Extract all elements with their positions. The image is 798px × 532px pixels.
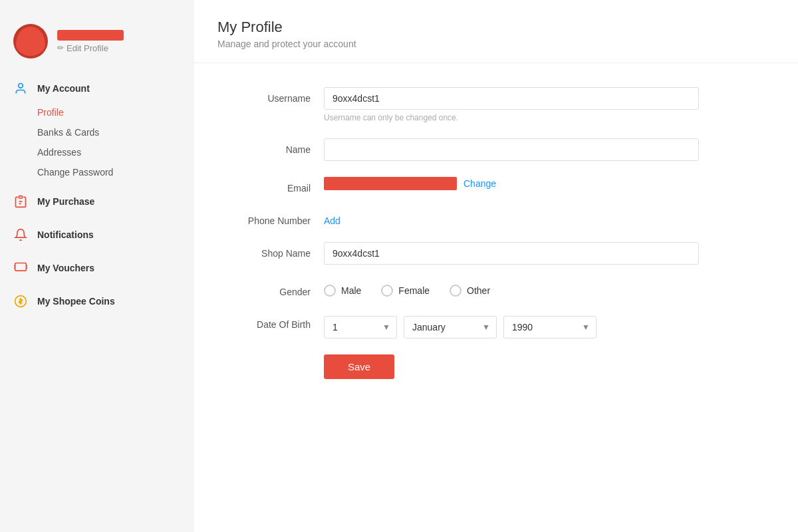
sidebar: ✏ Edit Profile My Account — [0, 0, 193, 532]
username-redacted — [57, 30, 124, 41]
gender-female-label: Female — [398, 285, 430, 296]
coin-icon — [13, 294, 28, 309]
nav-section-account: My Account Profile Banks & Cards Address… — [0, 74, 193, 182]
dob-month-wrapper: JanuaryFebruaryMarchApril MayJuneJulyAug… — [404, 316, 497, 338]
phone-row: Phone Number Add — [217, 209, 699, 226]
user-section: ✏ Edit Profile — [0, 13, 193, 74]
user-info: ✏ Edit Profile — [57, 30, 124, 53]
clipboard-icon — [13, 194, 28, 209]
shop-name-label: Shop Name — [217, 242, 324, 259]
my-account-label: My Account — [37, 83, 90, 94]
account-sub-items: Profile Banks & Cards Addresses Change P… — [0, 102, 193, 182]
name-row: Name — [217, 138, 699, 161]
dob-day-wrapper: 12345 678910 1112131415 1617181920 21222… — [324, 316, 397, 338]
avatar — [13, 24, 48, 59]
dob-year-select[interactable]: 1990199119921993 1994199519961997 199819… — [503, 316, 597, 338]
name-field — [324, 138, 699, 161]
nav-section-notifications: Notifications — [0, 221, 193, 249]
edit-profile-label: Edit Profile — [66, 43, 108, 53]
nav-section-coins: My Shopee Coins — [0, 287, 193, 315]
phone-add-link[interactable]: Add — [324, 209, 340, 226]
dob-row: Date Of Birth 12345 678910 1112131415 16… — [217, 313, 699, 338]
pencil-icon: ✏ — [57, 43, 64, 53]
gender-other-label: Other — [467, 285, 490, 296]
shop-name-input[interactable] — [324, 242, 699, 265]
edit-profile-link[interactable]: ✏ Edit Profile — [57, 43, 124, 53]
nav-section-vouchers: My Vouchers — [0, 254, 193, 282]
email-field: Change — [324, 177, 699, 190]
my-purchase-label: My Purchase — [37, 196, 94, 207]
email-value-row: Change — [324, 177, 699, 190]
username-hint: Username can only be changed once. — [324, 113, 699, 122]
page-subtitle: Manage and protect your account — [217, 39, 774, 49]
dob-label: Date Of Birth — [217, 313, 324, 330]
gender-male-radio[interactable] — [324, 285, 336, 297]
gender-label: Gender — [217, 281, 324, 297]
username-input[interactable] — [324, 87, 699, 110]
gender-female-radio[interactable] — [381, 285, 393, 297]
gender-male-option[interactable]: Male — [324, 285, 361, 297]
main-content: My Profile Manage and protect your accou… — [193, 0, 798, 532]
email-label: Email — [217, 177, 324, 194]
profile-form: Username Username can only be changed on… — [194, 63, 739, 403]
sidebar-item-profile[interactable]: Profile — [37, 102, 193, 122]
email-redacted — [324, 177, 457, 190]
ticket-icon — [13, 261, 28, 275]
save-button[interactable]: Save — [324, 354, 394, 379]
dob-day-select[interactable]: 12345 678910 1112131415 1617181920 21222… — [324, 316, 397, 338]
person-icon — [13, 81, 28, 96]
shop-name-row: Shop Name — [217, 242, 699, 265]
sidebar-nav: My Account Profile Banks & Cards Address… — [0, 74, 193, 327]
gender-row: Gender Male Female Other — [217, 281, 699, 297]
sidebar-item-change-password[interactable]: Change Password — [37, 162, 193, 182]
svg-rect-1 — [19, 196, 23, 198]
page-title: My Profile — [217, 19, 774, 36]
username-label: Username — [217, 87, 324, 104]
name-label: Name — [217, 138, 324, 155]
sidebar-item-my-coins[interactable]: My Shopee Coins — [0, 287, 193, 315]
sidebar-item-banks-cards[interactable]: Banks & Cards — [37, 122, 193, 142]
gender-other-option[interactable]: Other — [450, 285, 490, 297]
phone-label: Phone Number — [217, 209, 324, 226]
sidebar-item-my-account[interactable]: My Account — [0, 74, 193, 102]
gender-other-radio[interactable] — [450, 285, 462, 297]
save-row: Save — [217, 354, 699, 379]
gender-field: Male Female Other — [324, 281, 699, 297]
my-coins-label: My Shopee Coins — [37, 296, 115, 307]
sidebar-item-my-vouchers[interactable]: My Vouchers — [0, 254, 193, 282]
my-vouchers-label: My Vouchers — [37, 263, 94, 273]
svg-point-0 — [19, 84, 23, 88]
name-input[interactable] — [324, 138, 699, 161]
page-header: My Profile Manage and protect your accou… — [194, 0, 798, 63]
email-change-link[interactable]: Change — [464, 178, 496, 189]
username-row: Username Username can only be changed on… — [217, 87, 699, 122]
email-row: Email Change — [217, 177, 699, 194]
phone-field: Add — [324, 209, 699, 226]
bell-icon — [13, 227, 28, 242]
sidebar-item-notifications[interactable]: Notifications — [0, 221, 193, 249]
app-layout: ✏ Edit Profile My Account — [0, 0, 798, 532]
notifications-label: Notifications — [37, 229, 94, 240]
gender-male-label: Male — [341, 285, 361, 296]
dob-month-select[interactable]: JanuaryFebruaryMarchApril MayJuneJulyAug… — [404, 316, 497, 338]
username-field: Username can only be changed once. — [324, 87, 699, 122]
gender-female-option[interactable]: Female — [381, 285, 430, 297]
dob-field: 12345 678910 1112131415 1617181920 21222… — [324, 313, 699, 338]
nav-section-purchase: My Purchase — [0, 188, 193, 215]
sidebar-item-addresses[interactable]: Addresses — [37, 142, 193, 162]
gender-group: Male Female Other — [324, 281, 699, 297]
shop-name-field — [324, 242, 699, 265]
dob-group: 12345 678910 1112131415 1617181920 21222… — [324, 313, 699, 338]
sidebar-item-my-purchase[interactable]: My Purchase — [0, 188, 193, 215]
dob-year-wrapper: 1990199119921993 1994199519961997 199819… — [503, 316, 597, 338]
